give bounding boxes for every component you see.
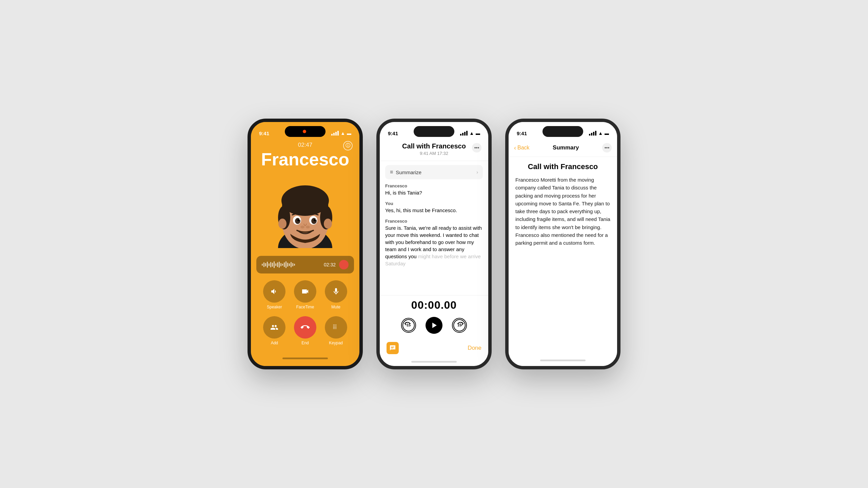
- summary-nav-title: Summary: [553, 144, 579, 151]
- recording-dot: [303, 130, 306, 133]
- skip-back-button[interactable]: 15: [401, 318, 416, 333]
- status-time-3: 9:41: [517, 130, 527, 136]
- transcript-header: Call with Francesco 9:41 AM 17:32 •••: [380, 140, 488, 161]
- playback-area: 00:00.00 15: [380, 295, 488, 339]
- signal-icon-2: [460, 131, 468, 136]
- svg-point-7: [285, 196, 325, 215]
- recording-timer: 02:32: [324, 262, 336, 267]
- keypad-button[interactable]: Keypad: [325, 316, 347, 345]
- svg-point-8: [278, 219, 287, 229]
- speaker-3: Francesco: [385, 219, 483, 224]
- svg-point-17: [315, 219, 317, 220]
- chevron-right-icon: ›: [476, 169, 478, 175]
- chat-icon-button[interactable]: [387, 342, 399, 354]
- battery-icon-3: ▬: [605, 131, 609, 136]
- status-icons-2: ▲ ▬: [460, 130, 480, 136]
- transcript-footer: Done: [380, 339, 488, 360]
- svg-marker-22: [432, 323, 437, 328]
- facetime-button[interactable]: FaceTime: [294, 280, 316, 309]
- add-button[interactable]: Add: [263, 316, 285, 345]
- message-text-2: Yes, hi, this must be Francesco.: [385, 207, 483, 214]
- memoji-avatar: [271, 170, 339, 248]
- summarize-icon: ≡: [390, 169, 393, 175]
- battery-icon-2: ▬: [476, 131, 480, 136]
- speaker-button[interactable]: Speaker: [263, 280, 285, 309]
- more-options-button[interactable]: •••: [472, 143, 481, 152]
- avatar-area: [251, 162, 359, 256]
- skip-forward-button[interactable]: 15: [452, 318, 467, 333]
- keypad-label: Keypad: [329, 341, 343, 345]
- transcript-content: Francesco Hi, is this Tania? You Yes, hi…: [380, 183, 488, 295]
- message-text-3: Sure is. Tania, we're all ready to assis…: [385, 224, 483, 267]
- svg-point-15: [314, 219, 316, 221]
- playback-controls: 15 15: [401, 317, 467, 334]
- speaker-1: Francesco: [385, 183, 483, 188]
- summary-content: Call with Francesco Francesco Moretti fr…: [509, 157, 617, 360]
- transcript-title: Call with Francesco: [387, 142, 481, 150]
- home-indicator-3: [540, 360, 586, 361]
- transcript-screen: 9:41 ▲ ▬ Call with Francesco 9:41 AM 17:…: [380, 122, 488, 366]
- dynamic-island: [285, 126, 326, 137]
- end-call-button[interactable]: End: [294, 316, 316, 345]
- svg-point-16: [299, 219, 300, 220]
- phone-summary: 9:41 ▲ ▬ ‹ Back Summ: [505, 119, 620, 369]
- transcript-subtitle: 9:41 AM 17:32: [387, 151, 481, 156]
- signal-icon-1: [331, 131, 339, 136]
- home-indicator-1: [282, 358, 328, 359]
- summary-more-button[interactable]: •••: [602, 143, 612, 152]
- speaker-label: Speaker: [267, 305, 282, 309]
- svg-point-9: [324, 219, 332, 229]
- message-group-3: Francesco Sure is. Tania, we're all read…: [385, 219, 483, 267]
- play-button[interactable]: [426, 317, 442, 334]
- scene: 9:41 ▲ ▬ ⓘ 02:47 Francesco: [234, 105, 634, 383]
- dynamic-island-2: [414, 126, 454, 137]
- stop-recording-button[interactable]: [339, 260, 349, 269]
- back-button[interactable]: ‹ Back: [514, 144, 530, 151]
- svg-point-14: [297, 219, 299, 221]
- phone-active-call: 9:41 ▲ ▬ ⓘ 02:47 Francesco: [248, 119, 363, 369]
- mute-button[interactable]: Mute: [325, 280, 347, 309]
- wifi-icon-1: ▲: [340, 130, 345, 136]
- message-text-1: Hi, is this Tania?: [385, 189, 483, 196]
- svg-point-19: [306, 226, 310, 228]
- summary-nav: ‹ Back Summary •••: [509, 140, 617, 157]
- phone-transcript: 9:41 ▲ ▬ Call with Francesco 9:41 AM 17:…: [376, 119, 492, 369]
- svg-rect-26: [391, 348, 393, 348]
- summary-call-title: Call with Francesco: [515, 162, 610, 171]
- call-controls: Speaker FaceTime Mute: [251, 273, 359, 352]
- summary-screen: 9:41 ▲ ▬ ‹ Back Summ: [509, 122, 617, 366]
- controls-row-2: Add End Keypad: [259, 316, 351, 345]
- status-time-2: 9:41: [388, 130, 398, 136]
- call-screen: 9:41 ▲ ▬ ⓘ 02:47 Francesco: [251, 122, 359, 366]
- summarize-row[interactable]: ≡ Summarize ›: [385, 165, 483, 179]
- dynamic-island-3: [542, 126, 583, 137]
- mute-label: Mute: [331, 305, 340, 309]
- svg-point-18: [300, 226, 304, 228]
- end-label: End: [301, 341, 309, 345]
- back-label: Back: [517, 145, 530, 151]
- status-time-1: 9:41: [259, 130, 269, 136]
- wifi-icon-2: ▲: [469, 130, 474, 136]
- waveform: [262, 261, 320, 269]
- summarize-label: Summarize: [396, 169, 421, 175]
- done-button[interactable]: Done: [468, 345, 481, 351]
- controls-row-1: Speaker FaceTime Mute: [259, 280, 351, 309]
- facetime-label: FaceTime: [296, 305, 314, 309]
- status-icons-1: ▲ ▬: [331, 130, 351, 136]
- home-indicator-2: [411, 361, 457, 363]
- svg-rect-25: [391, 347, 394, 347]
- signal-icon-3: [589, 131, 596, 136]
- recording-bar: 02:32: [256, 256, 354, 273]
- add-label: Add: [271, 341, 278, 345]
- summary-body: Francesco Moretti from the moving compan…: [515, 176, 610, 247]
- message-group-1: Francesco Hi, is this Tania?: [385, 183, 483, 196]
- message-group-2: You Yes, hi, this must be Francesco.: [385, 201, 483, 214]
- battery-icon-1: ▬: [347, 131, 351, 136]
- wifi-icon-3: ▲: [598, 130, 603, 136]
- back-chevron-icon: ‹: [514, 144, 516, 151]
- speaker-2: You: [385, 201, 483, 206]
- playback-time: 00:00.00: [411, 299, 457, 311]
- status-icons-3: ▲ ▬: [589, 130, 609, 136]
- info-button[interactable]: ⓘ: [343, 141, 353, 150]
